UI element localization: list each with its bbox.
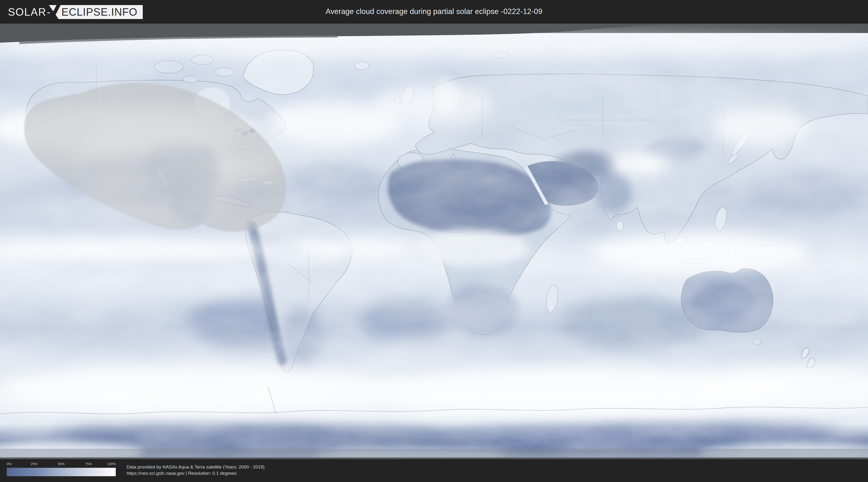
bottom-no-data-band (0, 449, 868, 459)
world-cloud-map (0, 24, 868, 459)
legend-tick-75: 75% (85, 462, 92, 466)
header-bar: SOLAR- ECLIPSE.INFO Average cloud covera… (0, 0, 868, 24)
cloud-coverage-legend: 0% 25% 50% 75% 100% (7, 462, 116, 479)
solar-eclipse-info-page: { "header": { "logo": { "part1": "SOLAR"… (0, 0, 868, 482)
footer-bar: 0% 25% 50% 75% 100% Data provided by NAS… (0, 459, 868, 482)
legend-tick-labels: 0% 25% 50% 75% 100% (7, 462, 116, 467)
credits-line-1: Data provided by NASAs Aqua & Terra sate… (127, 464, 265, 470)
legend-tick-100: 100% (107, 462, 116, 466)
credits-line-2: https://neo.sci.gsfc.nasa.gov | Resoluti… (127, 470, 265, 477)
world-map-svg (0, 24, 868, 459)
legend-gradient-bar (7, 468, 116, 476)
data-credits: Data provided by NASAs Aqua & Terra sate… (127, 464, 265, 477)
page-title: Average cloud coverage during partial so… (0, 7, 868, 16)
legend-tick-50: 50% (58, 462, 65, 466)
legend-tick-0: 0% (7, 462, 11, 466)
legend-tick-25: 25% (31, 462, 37, 466)
